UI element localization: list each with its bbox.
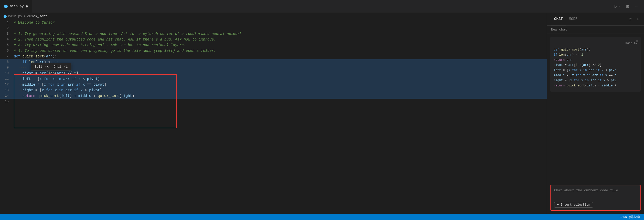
chat-input-area: + Insert selection (550, 185, 641, 211)
insert-selection-button[interactable]: + Insert selection (554, 202, 593, 208)
code-line-12: 12 ····middle = [x for x in arr if x == … (0, 82, 547, 87)
chat-code-close-button[interactable]: ✕ (636, 39, 639, 43)
file-icon (4, 5, 8, 8)
chat-input[interactable] (551, 185, 640, 199)
code-line-14: 14 ····return quick_sort(left) + middle … (0, 93, 547, 99)
chat-code-filename: main.py (554, 41, 637, 46)
split-editor-button[interactable]: ⊞ (625, 3, 631, 9)
code-line-6: 6 # 4. To try out cursor on your own pro… (0, 48, 547, 54)
code-editor[interactable]: Edit ⌘K Chat ⌘L 1 # Welcome to Cursor 2 … (0, 20, 547, 214)
chat-panel: CHAT MORE ⟳ + New chat main.py ✕ def (547, 13, 644, 214)
breadcrumb-sep: > (24, 14, 26, 18)
chat-insert-selection: + Insert selection (551, 201, 640, 210)
chat-header: CHAT MORE ⟳ + (547, 13, 644, 26)
chat-history-button[interactable]: ⟳ (628, 16, 633, 23)
code-line-3: 3 # 1. Try generating with command K on … (0, 31, 547, 37)
tab-chat[interactable]: CHAT (551, 13, 566, 25)
more-actions-button[interactable]: ··· (634, 3, 640, 9)
breadcrumb-symbol: quick_sort (27, 14, 47, 18)
tooltip-chat[interactable]: Chat ⌘L (54, 65, 68, 69)
breadcrumb-file-icon (4, 15, 7, 18)
tab-modified-dot (26, 5, 28, 7)
run-button[interactable]: ▷ ▾ (613, 3, 621, 9)
breadcrumb-file: main.py (8, 14, 22, 18)
status-bar: CSDN @陈城南 (0, 214, 644, 220)
editor-area: main.py > quick_sort Edit ⌘K Chat ⌘L 1 #… (0, 13, 547, 214)
editor-actions: ▷ ▾ ⊞ ··· (613, 3, 644, 9)
code-line-9: 9 ········return arr (0, 65, 547, 71)
tab-bar: main.py ▷ ▾ ⊞ ··· (0, 0, 644, 13)
code-line-1: 1 # Welcome to Cursor (0, 20, 547, 25)
tooltip-edit[interactable]: Edit ⌘K (35, 65, 49, 69)
code-line-2: 2 (0, 25, 547, 31)
tab-more[interactable]: MORE (566, 13, 581, 25)
new-chat-button[interactable]: + (636, 16, 640, 23)
code-line-7: 7 def quick_sort(arr): (0, 54, 547, 59)
tab-filename: main.py (10, 4, 24, 8)
main-content: main.py > quick_sort Edit ⌘K Chat ⌘L 1 #… (0, 13, 644, 214)
breadcrumb: main.py > quick_sort (0, 13, 547, 20)
tooltip-box: Edit ⌘K Chat ⌘L (31, 63, 71, 71)
status-label: CSDN @陈城南 (620, 215, 640, 219)
chat-code-content: def quick_sort(arr): if len(arr) <= 1: r… (554, 47, 637, 88)
chat-code-block: main.py ✕ def quick_sort(arr): if len(ar… (550, 37, 641, 92)
code-line-15: 15 (0, 99, 547, 104)
code-line-13: 13 ····right = [x for x in arr if x > pi… (0, 87, 547, 93)
new-chat-bar: New chat (547, 26, 644, 34)
code-line-10: 10 ····pivot = arr[len(arr) // 2] (0, 71, 547, 76)
code-line-11: 11 ····left = [x for x in arr if x < piv… (0, 76, 547, 82)
code-line-5: 5 # 3. Try writing some code and hitting… (0, 42, 547, 48)
main-py-tab[interactable]: main.py (0, 0, 32, 13)
code-line-4: 4 # 2. Then highlight the outputted code… (0, 37, 547, 42)
code-line-8: 8 ····if len(arr) <= 1: (0, 59, 547, 65)
chat-header-actions: ⟳ + (628, 16, 640, 23)
